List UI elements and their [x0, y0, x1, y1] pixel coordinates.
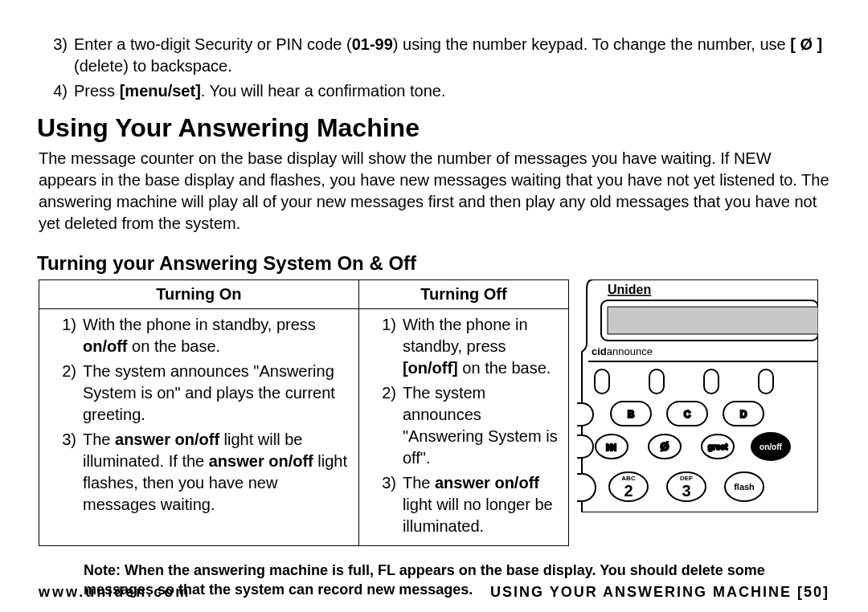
- svg-text:C: C: [684, 409, 691, 420]
- text: Enter a two-digit Security or PIN code (: [74, 35, 352, 53]
- list-text: Press [menu/set]. You will hear a confir…: [74, 80, 829, 102]
- th-turning-off: Turning Off: [358, 280, 568, 309]
- svg-text:on/off: on/off: [760, 443, 782, 451]
- cell-turning-on: 1)With the phone in standby, press on/of…: [39, 309, 359, 546]
- delete-glyph: [ Ø ]: [790, 35, 822, 53]
- text: With the phone in standby, press: [403, 316, 528, 355]
- svg-text:3: 3: [682, 482, 690, 500]
- svg-rect-1: [608, 307, 818, 334]
- svg-text:cidannounce: cidannounce: [592, 345, 653, 357]
- list-number: 3): [39, 34, 74, 77]
- on-off-table: Turning On Turning Off 1)With the phone …: [39, 279, 569, 546]
- bold-text: on/off: [83, 337, 128, 355]
- footer-section: USING YOUR ANSWERING MACHINE [50]: [490, 584, 829, 601]
- list-item-3: 3) Enter a two-digit Security or PIN cod…: [39, 34, 829, 77]
- list-text: Enter a two-digit Security or PIN code (…: [74, 34, 829, 77]
- text: (delete) to backspace.: [74, 57, 232, 75]
- intro-paragraph: The message counter on the base display …: [39, 148, 829, 235]
- bold-text: [on/off]: [403, 359, 458, 377]
- text: The: [83, 430, 115, 448]
- bold-text: [menu/set]: [120, 82, 201, 100]
- page-footer: www.uniden.com USING YOUR ANSWERING MACH…: [39, 584, 829, 601]
- svg-rect-7: [759, 369, 773, 394]
- numbered-list: 3) Enter a two-digit Security or PIN cod…: [39, 34, 829, 102]
- bold-text: 01-99: [352, 35, 393, 53]
- text: . You will hear a confirmation tone.: [201, 82, 446, 100]
- svg-text:flash: flash: [734, 482, 755, 492]
- svg-rect-6: [704, 369, 719, 394]
- text: The: [403, 474, 435, 492]
- text: light will no longer be illuminated.: [403, 496, 553, 535]
- list-number: 4): [39, 80, 74, 102]
- bold-text: answer on/off: [435, 474, 539, 492]
- heading-sub: Turning your Answering System On & Off: [37, 252, 829, 275]
- svg-text:⏭: ⏭: [606, 440, 617, 453]
- brand-label: Uniden: [608, 283, 651, 296]
- text: on the base.: [128, 337, 221, 355]
- text: on the base.: [458, 359, 551, 377]
- footer-url: www.uniden.com: [39, 584, 190, 601]
- svg-text:B: B: [628, 409, 635, 420]
- text: The system announces "Answering System i…: [83, 361, 350, 426]
- list-item-4: 4) Press [menu/set]. You will hear a con…: [39, 80, 829, 102]
- bold-text: answer on/off: [209, 452, 313, 470]
- th-turning-on: Turning On: [39, 280, 359, 309]
- svg-text:greet: greet: [708, 443, 728, 451]
- phone-illustration: Uniden cidannounce B: [577, 279, 818, 512]
- cell-turning-off: 1)With the phone in standby, press [on/o…: [358, 309, 568, 546]
- heading-main: Using Your Answering Machine: [37, 113, 829, 143]
- text: Press: [74, 82, 120, 100]
- svg-rect-5: [649, 369, 664, 394]
- svg-text:D: D: [740, 409, 747, 420]
- text: The system announces "Answering System i…: [403, 382, 560, 469]
- text: With the phone in standby, press: [83, 316, 316, 333]
- svg-text:DEF: DEF: [680, 475, 693, 482]
- svg-text:2: 2: [624, 482, 633, 500]
- bold-text: answer on/off: [115, 430, 219, 448]
- svg-text:ABC: ABC: [621, 475, 636, 482]
- svg-rect-4: [595, 369, 609, 394]
- text: ) using the number keypad. To change the…: [393, 35, 790, 53]
- svg-text:Ø: Ø: [661, 440, 669, 453]
